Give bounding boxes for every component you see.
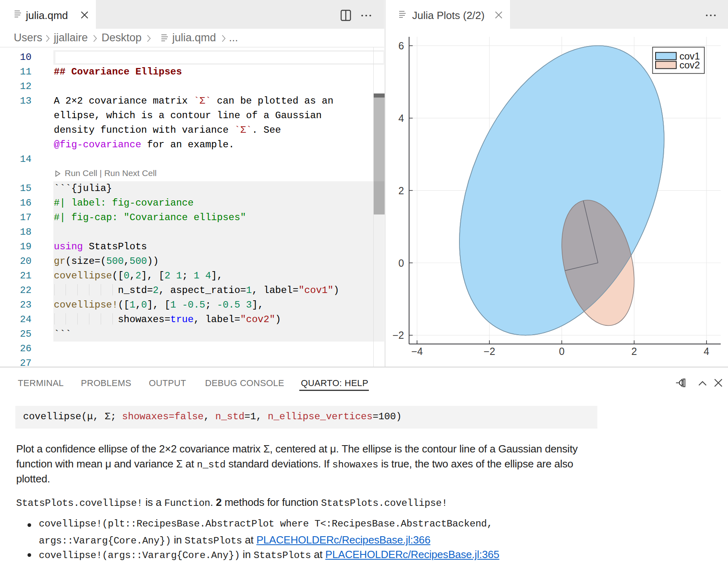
- svg-text:−2: −2: [484, 346, 495, 357]
- svg-text:−2: −2: [392, 329, 404, 341]
- svg-text:2: 2: [631, 346, 637, 357]
- svg-text:4: 4: [704, 346, 709, 357]
- svg-text:6: 6: [398, 40, 404, 51]
- svg-text:−4: −4: [411, 346, 423, 357]
- svg-text:0: 0: [559, 346, 565, 357]
- svg-text:0: 0: [398, 257, 404, 269]
- svg-text:cov2: cov2: [679, 59, 700, 70]
- svg-text:4: 4: [398, 113, 404, 124]
- svg-text:2: 2: [398, 185, 404, 196]
